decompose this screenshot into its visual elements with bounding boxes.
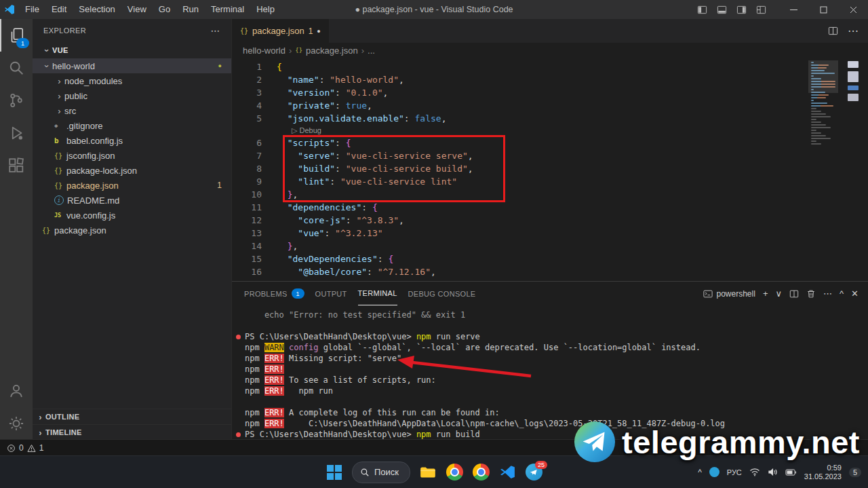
maximize-button[interactable] xyxy=(808,0,838,19)
chrome-icon[interactable] xyxy=(446,464,463,481)
code-segment: "build" xyxy=(298,164,335,174)
problems-badge: 1 xyxy=(217,181,222,190)
folder-node_modules[interactable]: ›node_modules xyxy=(33,73,231,88)
tray-telegram-icon[interactable] xyxy=(709,467,719,477)
terminal-segment: npm run xyxy=(284,386,333,396)
extensions-icon[interactable] xyxy=(0,149,33,182)
file-.gitignore[interactable]: ◆.gitignore xyxy=(33,118,231,133)
explorer-more-actions-icon[interactable]: ⋯ xyxy=(211,25,220,36)
dirty-indicator-icon[interactable]: ● xyxy=(317,28,320,35)
split-terminal-icon[interactable] xyxy=(789,289,799,299)
taskbar-search[interactable]: Поиск xyxy=(352,462,410,483)
minimap-line xyxy=(811,119,816,120)
problems-status[interactable]: 0 1 xyxy=(0,443,43,453)
file-explorer-icon[interactable] xyxy=(419,464,437,481)
terminal-output[interactable]: echo "Error: no test specified" && exit … xyxy=(232,305,868,440)
breadcrumb-symbol[interactable]: ... xyxy=(368,45,375,56)
windows-start-icon[interactable] xyxy=(326,464,343,481)
close-panel-icon[interactable]: ✕ xyxy=(851,288,859,299)
code-segment: "private" xyxy=(288,100,335,111)
menu-help[interactable]: Help xyxy=(250,0,281,19)
explorer-header: EXPLORER xyxy=(43,26,86,35)
file-vue.config.js[interactable]: JSvue.config.js xyxy=(33,208,231,223)
panel-tab-debug-console[interactable]: DEBUG CONSOLE xyxy=(408,282,476,305)
telegram-taskbar-icon[interactable]: 25 xyxy=(525,464,542,481)
terminal-dropdown-icon[interactable]: ∨ xyxy=(775,288,782,299)
menu-go[interactable]: Go xyxy=(153,0,176,19)
vscode-taskbar-icon[interactable] xyxy=(498,464,516,481)
minimize-button[interactable] xyxy=(778,0,808,19)
code-segment: "vue-cli-service serve" xyxy=(346,151,468,161)
outline-section[interactable]: › OUTLINE xyxy=(33,409,231,424)
tray-expand-icon[interactable]: ^ xyxy=(698,468,702,477)
file-package.json[interactable]: {}package.json1 xyxy=(33,178,231,193)
menu-terminal[interactable]: Terminal xyxy=(205,0,250,19)
minimap-slider[interactable] xyxy=(808,60,838,93)
code-editor[interactable]: 1{2 "name": "hello-world",3 "version": "… xyxy=(232,58,868,282)
toggle-panel-icon[interactable] xyxy=(717,5,727,15)
toggle-secondary-sidebar-icon[interactable] xyxy=(736,5,747,15)
code-line: 16 "@babel/core": "^7.12.16", xyxy=(232,265,868,278)
editor-more-actions-icon[interactable]: ⋯ xyxy=(848,24,859,37)
terminal-segment: npm xyxy=(245,386,264,396)
file-jsconfig.json[interactable]: {}jsconfig.json xyxy=(33,148,231,163)
file-package.json[interactable]: {}package.json xyxy=(33,223,231,238)
line-number: 14 xyxy=(232,240,262,252)
folder-hello-world[interactable]: ›hello-world● xyxy=(33,58,231,73)
run-debug-icon[interactable] xyxy=(0,117,33,149)
accounts-icon[interactable] xyxy=(0,375,33,407)
close-button[interactable] xyxy=(838,0,868,19)
chrome-icon-2[interactable] xyxy=(472,464,490,481)
terminal-line: npm ERR! npm run xyxy=(245,386,868,396)
panel-tab-problems[interactable]: PROBLEMS1 xyxy=(244,282,304,305)
language-indicator[interactable]: РУС xyxy=(727,468,742,476)
timeline-section[interactable]: › TIMELINE xyxy=(33,424,231,440)
terminal-line: npm ERR! Missing script: "serve" xyxy=(245,353,868,364)
menu-selection[interactable]: Selection xyxy=(73,0,121,19)
panel-more-actions-icon[interactable]: ⋯ xyxy=(823,288,832,299)
new-terminal-icon[interactable]: + xyxy=(763,288,768,299)
file-README.md[interactable]: iREADME.md xyxy=(33,193,231,208)
code-text: "core-js": "^3.8.3", xyxy=(277,214,404,227)
customize-layout-icon[interactable] xyxy=(756,5,766,15)
terminal-line: npm ERR! C:\Users\DeathHand\AppData\Loca… xyxy=(245,418,868,429)
tab-package-json[interactable]: {} package.json 1 ● xyxy=(232,19,330,43)
chevron-down-icon: › xyxy=(42,45,52,56)
panel-tab-terminal[interactable]: TERMINAL xyxy=(358,282,397,305)
wifi-icon[interactable] xyxy=(749,468,760,476)
code-segment: "^3.8.3" xyxy=(356,215,399,225)
menu-run[interactable]: Run xyxy=(176,0,205,19)
split-editor-icon[interactable] xyxy=(828,26,838,36)
babel-icon: b xyxy=(54,136,66,145)
minimap[interactable] xyxy=(810,58,837,282)
minimap-line xyxy=(811,111,821,112)
breadcrumb-folder[interactable]: hello-world xyxy=(243,45,285,56)
folder-public[interactable]: ›public xyxy=(33,88,231,103)
debug-codelens[interactable]: ▷ Debug xyxy=(232,125,868,136)
workspace-section-vue[interactable]: › VUE xyxy=(33,42,231,58)
search-icon[interactable] xyxy=(0,52,33,84)
code-line: 14 }, xyxy=(232,240,868,252)
toggle-sidebar-icon[interactable] xyxy=(697,5,707,15)
file-babel.config.js[interactable]: bbabel.config.js xyxy=(33,133,231,148)
settings-gear-icon[interactable] xyxy=(0,407,33,440)
minimap-line xyxy=(811,121,821,123)
folder-src[interactable]: ›src xyxy=(33,103,231,118)
terminal-instance[interactable]: powershell xyxy=(703,289,755,299)
kill-terminal-icon[interactable] xyxy=(806,289,816,299)
breadcrumb-file[interactable]: package.json xyxy=(306,45,358,56)
menu-file[interactable]: File xyxy=(19,0,45,19)
terminal-line: PS C:\Users\DeathHand\Desktop\vue> npm r… xyxy=(245,331,868,342)
volume-icon[interactable] xyxy=(768,468,778,476)
panel-tab-output[interactable]: OUTPUT xyxy=(315,282,347,305)
chevron-right-icon: › xyxy=(54,76,64,86)
menu-view[interactable]: View xyxy=(121,0,153,19)
source-control-icon[interactable] xyxy=(0,84,33,117)
maximize-panel-icon[interactable]: ^ xyxy=(840,288,844,299)
battery-icon[interactable] xyxy=(785,469,797,476)
menu-edit[interactable]: Edit xyxy=(45,0,73,19)
notification-count-badge[interactable]: 5 xyxy=(849,468,861,477)
file-package-lock.json[interactable]: {}package-lock.json xyxy=(33,163,231,178)
explorer-icon[interactable]: 1 xyxy=(0,19,33,52)
clock[interactable]: 0:59 31.05.2023 xyxy=(804,464,842,481)
